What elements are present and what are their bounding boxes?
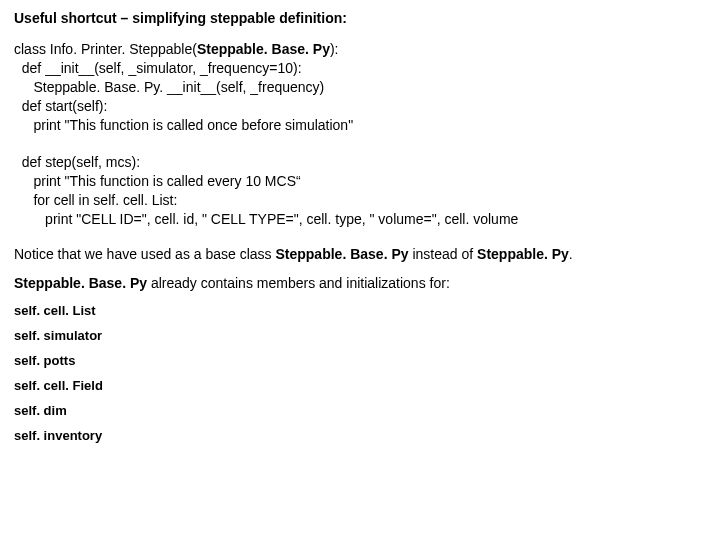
member-4: self. cell. Field [14, 378, 706, 393]
paragraph-1: Notice that we have used as a base class… [14, 245, 706, 264]
para1-c: instead of [409, 246, 478, 262]
member-3: self. potts [14, 353, 706, 368]
code-line-7: print "This function is called every 10 … [14, 173, 301, 189]
code-line-1b: Steppable. Base. Py [197, 41, 330, 57]
member-1: self. cell. List [14, 303, 706, 318]
code-line-1a: class Info. Printer. Steppable( [14, 41, 197, 57]
paragraph-2: Steppable. Base. Py already contains mem… [14, 274, 706, 293]
code-line-2: def __init__(self, _simulator, _frequenc… [14, 60, 302, 76]
member-5: self. dim [14, 403, 706, 418]
slide-title: Useful shortcut – simplifying steppable … [14, 10, 706, 26]
member-6: self. inventory [14, 428, 706, 443]
code-block: class Info. Printer. Steppable(Steppable… [14, 40, 706, 229]
code-line-8: for cell in self. cell. List: [14, 192, 177, 208]
para2-a: Steppable. Base. Py [14, 275, 147, 291]
code-line-4: def start(self): [14, 98, 107, 114]
para1-b: Steppable. Base. Py [275, 246, 408, 262]
code-line-5: print "This function is called once befo… [14, 117, 353, 133]
code-line-3: Steppable. Base. Py. __init__(self, _fre… [14, 79, 324, 95]
para1-d: Steppable. Py [477, 246, 569, 262]
code-line-9: print "CELL ID=", cell. id, " CELL TYPE=… [14, 211, 518, 227]
para2-b: already contains members and initializat… [147, 275, 450, 291]
member-2: self. simulator [14, 328, 706, 343]
code-line-6: def step(self, mcs): [14, 154, 140, 170]
para1-a: Notice that we have used as a base class [14, 246, 275, 262]
para1-e: . [569, 246, 573, 262]
code-line-1c: ): [330, 41, 339, 57]
